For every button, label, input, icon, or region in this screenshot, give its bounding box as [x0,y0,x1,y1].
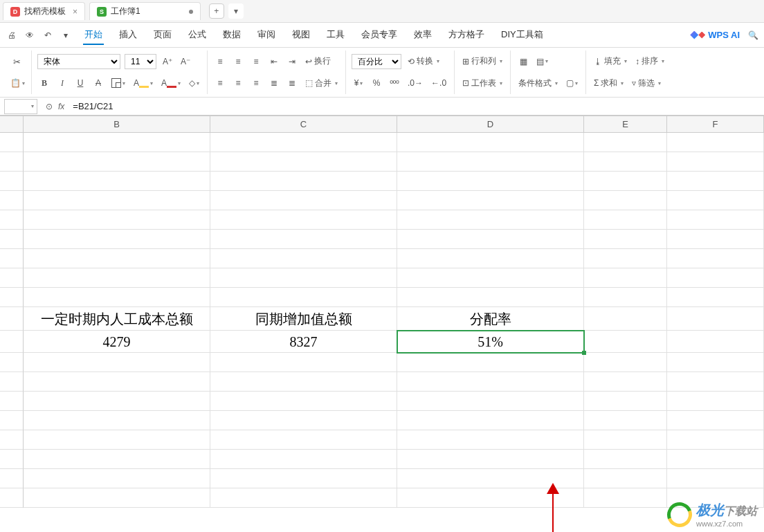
preview-icon[interactable]: 👁 [24,29,36,42]
align-mid-button[interactable]: ≡ [231,54,245,69]
fillcolor-button[interactable]: A▾ [131,75,155,91]
cell-C21[interactable]: 8327 [210,331,397,353]
thousands-button[interactable]: ººº [388,75,401,91]
align-left-button[interactable]: ≡ [213,75,227,91]
merge-button[interactable]: ⬚合并▾ [303,75,340,91]
name-box[interactable]: ▾ [4,99,37,114]
menu-member[interactable]: 会员专享 [360,26,399,45]
cell[interactable] [584,331,667,353]
font-size-select[interactable]: 11 [125,54,156,69]
currency-button[interactable]: ¥▾ [352,75,365,91]
decrease-font-button[interactable]: A⁻ [179,54,192,69]
undo-icon[interactable]: ↶ [42,29,54,42]
cell[interactable] [397,230,584,249]
formula-input[interactable]: =B21/C21 [69,101,764,111]
cell[interactable] [24,249,210,268]
dec-dec-button[interactable]: ←.0 [429,75,448,91]
align-top-button[interactable]: ≡ [213,54,227,69]
col-header-C[interactable]: C [210,116,397,133]
cell[interactable] [667,450,764,469]
cell[interactable] [667,392,764,411]
cell[interactable] [210,353,397,372]
justify-button[interactable]: ≣ [267,75,281,91]
cell[interactable] [584,249,667,268]
cell[interactable] [667,191,764,210]
align-right-button[interactable]: ≡ [249,75,263,91]
border-button[interactable]: ▾ [109,75,127,91]
cell[interactable] [210,191,397,210]
cell[interactable] [210,392,397,411]
cell[interactable] [667,430,764,450]
indent-dec-button[interactable]: ⇤ [267,54,281,69]
tab-workbook1[interactable]: S 工作簿1 [89,2,201,20]
bold-button[interactable]: B [37,75,51,91]
cell[interactable] [210,372,397,392]
cell[interactable] [667,307,764,331]
align-center-button[interactable]: ≡ [231,75,245,91]
cell[interactable] [210,133,397,152]
cell[interactable] [24,488,210,508]
wps-ai-button[interactable]: WPS AI [690,30,740,40]
cell[interactable] [397,152,584,172]
cell[interactable] [667,133,764,152]
italic-button[interactable]: I [55,75,69,91]
dec-inc-button[interactable]: .0→ [406,75,425,91]
increase-font-button[interactable]: A⁺ [161,54,174,69]
cell[interactable] [397,411,584,430]
cell[interactable] [24,230,210,249]
new-tab-button[interactable]: + [209,3,224,19]
cell[interactable] [210,469,397,488]
cell[interactable] [397,191,584,210]
cell[interactable] [397,392,584,411]
cell[interactable] [397,210,584,230]
cell-B21[interactable]: 4279 [24,331,210,353]
number-format-select[interactable]: 百分比 [352,54,401,69]
rowcol-button[interactable]: ⊞行和列▾ [460,54,504,69]
col-header-D[interactable]: D [397,116,584,133]
cell[interactable] [667,288,764,307]
sort-button[interactable]: ↕排序▾ [633,54,666,69]
select-all-corner[interactable] [0,116,24,133]
cell[interactable] [24,210,210,230]
cell[interactable] [667,411,764,430]
cell-D21-selected[interactable]: 51% [397,331,584,353]
cell[interactable] [397,430,584,450]
cell[interactable] [24,353,210,372]
cell[interactable] [584,469,667,488]
strike-button[interactable]: A [91,75,105,91]
cell[interactable] [397,172,584,191]
cell[interactable] [210,411,397,430]
menu-tools[interactable]: 工具 [325,26,346,45]
cell[interactable] [24,392,210,411]
fill-handle[interactable] [582,351,586,355]
cell[interactable] [667,249,764,268]
cell[interactable] [667,210,764,230]
cut-button[interactable] [8,54,27,69]
menu-formula[interactable]: 公式 [187,26,208,45]
cell[interactable] [584,353,667,372]
cell[interactable] [397,353,584,372]
menu-start[interactable]: 开始 [83,26,104,45]
cell[interactable] [584,133,667,152]
cell[interactable] [584,172,667,191]
cell[interactable] [24,372,210,392]
underline-button[interactable]: U [73,75,87,91]
textcolor-button[interactable]: A▾ [159,75,183,91]
cell[interactable] [24,288,210,307]
wrap-button[interactable]: ↩换行 [303,54,333,69]
cell[interactable] [24,152,210,172]
grid[interactable]: 一定时期内人工成本总额 同期增加值总额 分配率 4279 8327 51% [0,133,764,508]
cell[interactable] [667,152,764,172]
fill-button[interactable]: ⭳填充▾ [592,54,629,69]
cell[interactable] [24,268,210,288]
zoom-cell-icon[interactable]: ⊙ [46,102,53,111]
menu-diy[interactable]: DIY工具箱 [500,26,545,45]
menu-insert[interactable]: 插入 [118,26,138,45]
cell[interactable] [584,268,667,288]
cell[interactable] [584,430,667,450]
cell[interactable] [667,469,764,488]
cell[interactable] [584,307,667,331]
cell[interactable] [667,353,764,372]
cell[interactable] [210,152,397,172]
cell[interactable] [584,288,667,307]
